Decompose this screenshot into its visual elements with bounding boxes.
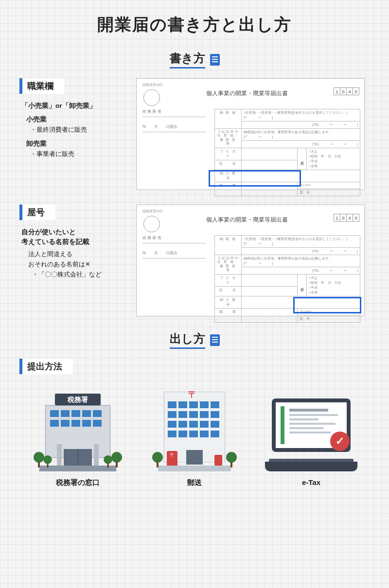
tradename-note1: 法人と間違える [28, 249, 126, 259]
page-title: 開業届の書き方と出し方 [19, 14, 370, 36]
document-icon [210, 334, 220, 346]
highlight-tradename [293, 297, 361, 313]
row-tradename: 屋号 自分が使いたいと 考えている名前を記載 法人と間違える おそれのある名前は… [19, 205, 370, 316]
form-preview-occupation: 税務署受付印 個人事業の開業・廃業等届出書 1 0 4 0 税 務 署 長 年 … [136, 78, 365, 190]
form-left-lines: 税 務 署 長 年 月 日提出 [142, 108, 206, 138]
method-label-3: e-Tax [263, 478, 360, 486]
post-office-icon: 〒 [158, 390, 231, 471]
tradename-note3: ・「〇〇株式会社」など [32, 270, 126, 280]
section-heading-submit: 出し方 [19, 331, 370, 349]
document-icon [210, 54, 220, 66]
stamp-circle-icon [143, 89, 160, 106]
highlight-occupation [209, 170, 301, 187]
tag-tradename: 屋号 [19, 205, 55, 220]
method-post: 〒 郵送 [146, 389, 243, 487]
tax-office-icon: 税務署 [36, 394, 119, 471]
retail-label: 小売業 [26, 115, 126, 124]
method-label-2: 郵送 [146, 478, 243, 487]
stamp-label: 税務署受付印 [142, 83, 359, 87]
method-etax: ✓ e-Tax [263, 389, 360, 487]
checkmark-icon: ✓ [330, 432, 350, 451]
tradename-sub2: 考えている名前を記載 [21, 238, 126, 246]
tag-occupation: 職業欄 [19, 78, 64, 94]
method-label-1: 税務署の窓口 [29, 478, 126, 487]
stamp-circle-icon [143, 216, 160, 232]
tradename-note2: おそれのある名前は✕ [28, 259, 126, 270]
form-preview-tradename: 税務署受付印 個人事業の開業・廃業等届出書 1040 税 務 署 長 年 月 日… [136, 205, 365, 316]
wholesale-label: 卸売業 [26, 139, 126, 148]
wholesale-desc: ・事業者に販売 [30, 149, 126, 159]
section-heading-write: 書き方 [19, 51, 370, 69]
row-occupation: 職業欄 「小売業」or「卸売業」 小売業 ・最終消費者に販売 卸売業 ・事業者に… [19, 78, 370, 190]
section-heading-submit-text: 出し方 [170, 331, 205, 349]
submission-methods: 税務署 税務署の窓口 〒 [19, 389, 370, 487]
occupation-subhead: 「小売業」or「卸売業」 [21, 102, 126, 110]
method-tax-office: 税務署 税務署の窓口 [29, 389, 126, 487]
tradename-sub1: 自分が使いたいと [21, 228, 126, 237]
laptop-icon: ✓ [265, 398, 357, 471]
form-code: 1 0 4 0 [334, 87, 359, 95]
section-heading-write-text: 書き方 [170, 51, 205, 69]
tag-submission: 提出方法 [19, 359, 73, 374]
retail-desc: ・最終消費者に販売 [30, 125, 126, 135]
form-title: 個人事業の開業・廃業等届出書 [206, 89, 288, 98]
